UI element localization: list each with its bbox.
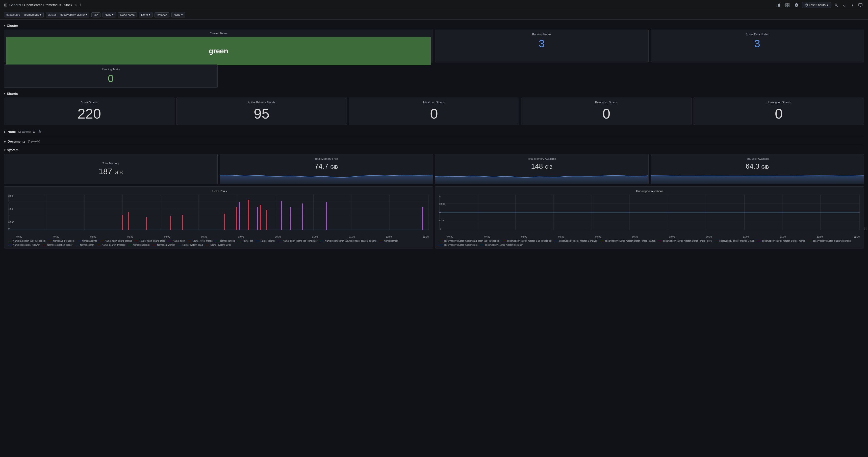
- legend-item: Name: system_write: [206, 244, 231, 246]
- node-section-label: Node: [7, 130, 16, 134]
- top-bar: ⊞ General / OpenSearch Prometheus - Stoc…: [0, 0, 868, 10]
- time-range-button[interactable]: Last 6 hours ▾: [802, 2, 831, 8]
- relocating-shards-panel: Relocating Shards 0: [521, 97, 691, 125]
- legend-item: Name: analyze: [78, 239, 97, 242]
- total-memory-title: Total Memory: [8, 162, 213, 165]
- refresh-dropdown-button[interactable]: ▾: [850, 2, 855, 8]
- legend-item: Name: search: [75, 244, 94, 246]
- zoom-out-button[interactable]: [833, 2, 839, 8]
- job-value-select[interactable]: None ▾: [102, 12, 116, 18]
- pending-tasks-panel: Pending Tasks 0: [4, 64, 218, 88]
- legend-item: Name: opensearch_asynchronous_search_gen…: [320, 239, 376, 242]
- active-primary-shards-panel: Active Primary Shards 95: [177, 97, 347, 125]
- legend-item: Name: force_merge: [188, 239, 213, 242]
- total-memory-available-chart: [435, 170, 648, 184]
- nodename-value-select[interactable]: None ▾: [139, 12, 152, 18]
- total-memory-free-title: Total Memory Free: [224, 157, 429, 160]
- node-section-header[interactable]: ▶ Node (2 panels) ⚙ 🗑 ⠿: [4, 128, 864, 136]
- total-disk-available-chart: [651, 170, 864, 184]
- thread-pool-rejections-panel: Thread pool rejections 1 0.500 0 -0.50 -…: [435, 186, 864, 249]
- thread-pools-panel: Thread Pools 2.50 2 1.50 1 0.500 0: [4, 186, 433, 249]
- legend-item: observability-cluster-master-2 flush: [715, 239, 755, 242]
- main-content: ▾ Cluster Cluster Status green Running N…: [0, 20, 868, 255]
- datasource-select[interactable]: prometheus ▾: [22, 12, 43, 17]
- legend-item: Name: system_read: [178, 244, 203, 246]
- documents-arrow: ▶: [4, 140, 6, 143]
- legend-item: Name: replication_leader: [43, 244, 72, 246]
- top-bar-left: ⊞ General / OpenSearch Prometheus - Stoc…: [4, 2, 81, 7]
- svg-rect-1: [778, 4, 779, 6]
- legend-item: Name: ad-threadpool: [49, 239, 74, 242]
- legend-item: observability-cluster-master-2 force_mer…: [757, 239, 805, 242]
- thread-pools-legend: Name: ad-batch-task-threadpoolName: ad-t…: [8, 239, 429, 246]
- settings-button[interactable]: [793, 2, 800, 8]
- legend-item: Name: open_distro_job_scheduler: [278, 239, 317, 242]
- nodename-select[interactable]: Node name: [118, 12, 137, 18]
- node-settings-button[interactable]: ⚙: [32, 130, 36, 134]
- thread-pool-rejections-svg: [439, 195, 860, 230]
- running-nodes-title: Running Nodes: [439, 33, 644, 36]
- system-memory-grid: Total Memory 187 GiB Total Memory Free 7…: [4, 154, 864, 184]
- svg-line-10: [837, 6, 838, 6]
- legend-item: Name: search_throttled: [97, 244, 125, 246]
- cluster-status-title: Cluster Status: [6, 32, 431, 35]
- datasource-filter[interactable]: datasource prometheus ▾: [4, 12, 44, 18]
- cluster-panel-grid: Cluster Status green Running Nodes 3 Act…: [4, 30, 864, 88]
- legend-item: Name: fetch_shard_store: [135, 239, 165, 242]
- relocating-shards-title: Relocating Shards: [525, 101, 687, 104]
- legend-item: Name: fetch_shard_started: [100, 239, 132, 242]
- active-data-nodes-title: Active Data Nodes: [655, 33, 860, 36]
- cluster-status-panel: Cluster Status green: [4, 30, 433, 62]
- share-icon[interactable]: ⤴: [80, 3, 81, 7]
- shards-section-label: Shards: [7, 92, 18, 95]
- chart-button[interactable]: [775, 2, 782, 8]
- cluster-arrow: ▾: [4, 24, 5, 27]
- top-bar-icons: Last 6 hours ▾ ▾: [775, 2, 864, 8]
- node-delete-button[interactable]: 🗑: [38, 130, 42, 134]
- total-memory-available-title: Total Memory Available: [439, 157, 644, 160]
- cluster-section-header[interactable]: ▾ Cluster: [4, 23, 864, 30]
- refresh-button[interactable]: [841, 2, 848, 8]
- documents-drag-handle[interactable]: ⠿: [864, 226, 867, 231]
- svg-rect-11: [859, 3, 862, 6]
- total-memory-available-panel: Total Memory Available 148 GiB: [435, 154, 649, 184]
- shards-section-header[interactable]: ▾ Shards: [4, 91, 864, 97]
- total-memory-available-value: 148 GiB: [439, 162, 644, 170]
- cluster-section-label: Cluster: [7, 24, 18, 28]
- legend-item: observability-cluster-master-2 fetch_sha…: [600, 239, 655, 242]
- cluster-filter[interactable]: cluster observability-cluster ▾: [46, 12, 90, 18]
- initializing-shards-panel: Initializing Shards 0: [349, 97, 519, 125]
- unassigned-shards-title: Unassigned Shards: [698, 101, 860, 104]
- instance-select[interactable]: Instance: [155, 12, 170, 18]
- initializing-shards-value: 0: [353, 106, 515, 121]
- legend-item: observability-cluster-master-2 fetch_sha…: [658, 239, 712, 242]
- documents-section-header[interactable]: ▶ Documents (5 panels) ⠿: [4, 138, 864, 145]
- system-section-label: System: [7, 148, 19, 152]
- system-arrow: ▾: [4, 149, 5, 151]
- star-icon[interactable]: ☆: [74, 3, 78, 7]
- running-nodes-value: 3: [439, 38, 644, 50]
- node-arrow: ▶: [4, 131, 6, 133]
- total-memory-free-value: 74.7 GiB: [224, 162, 429, 170]
- apps-icon[interactable]: ⊞: [4, 2, 7, 7]
- instance-value-select[interactable]: None ▾: [172, 12, 185, 18]
- tv-mode-button[interactable]: [857, 2, 864, 8]
- cluster-select[interactable]: observability-cluster ▾: [58, 12, 89, 17]
- documents-section-label: Documents: [7, 140, 26, 143]
- datasource-label: datasource: [4, 12, 22, 17]
- add-panel-button[interactable]: [784, 2, 791, 8]
- legend-item: Name: get: [238, 239, 253, 242]
- job-select[interactable]: Job: [91, 12, 100, 18]
- thread-pools-y-labels: 2.50 2 1.50 1 0.500 0: [8, 195, 16, 230]
- svg-rect-6: [788, 5, 789, 7]
- cluster-label: cluster: [46, 12, 58, 17]
- shards-panel-grid: Active Shards 220 Active Primary Shards …: [4, 97, 864, 125]
- system-section-header[interactable]: ▾ System: [4, 147, 864, 154]
- legend-item: Name: snapshot: [128, 244, 150, 246]
- time-dropdown-icon: ▾: [827, 3, 828, 7]
- breadcrumb-parent[interactable]: General: [9, 3, 21, 7]
- filter-bar: datasource prometheus ▾ cluster observab…: [0, 10, 868, 20]
- legend-item: observability-cluster-master-2 ad-batch-…: [439, 239, 500, 242]
- svg-rect-2: [779, 3, 780, 6]
- unassigned-shards-panel: Unassigned Shards 0: [693, 97, 864, 125]
